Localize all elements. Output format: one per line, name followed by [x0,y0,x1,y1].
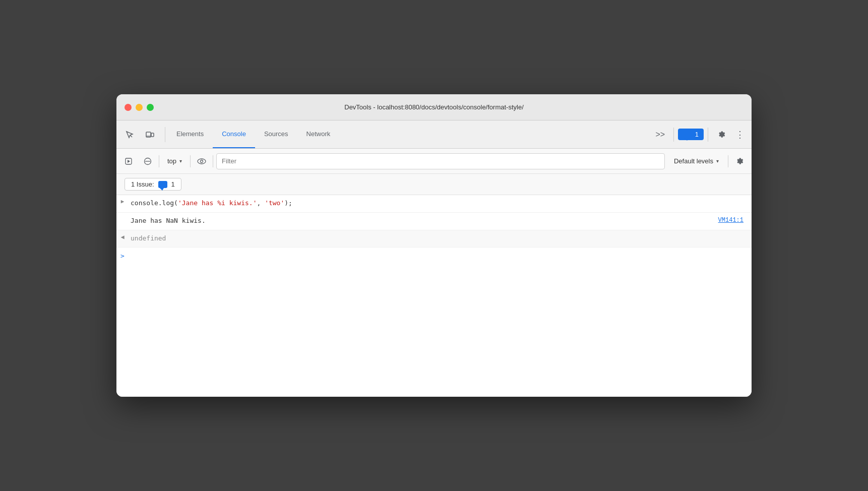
console-row-output: Jane has NaN kiwis. VM141:1 [116,213,752,230]
toolbar-divider-1 [165,127,165,142]
output-arrow [116,215,129,216]
inspect-element-button[interactable] [120,126,139,144]
filter-input[interactable] [216,153,665,169]
log-levels-label: Default levels [674,157,713,165]
toolbar-divider-2 [673,128,674,142]
issues-pill-count: 1 [171,180,175,188]
svg-marker-4 [128,160,130,163]
console-gear-icon [735,157,744,166]
live-expressions-button[interactable] [194,153,210,169]
output-text: Jane has NaN kiwis. [129,215,714,228]
console-output: ▶ console.log('Jane has %i kiwis.', 'two… [116,195,752,397]
toolbar-divider-3 [708,128,708,142]
more-tabs-button[interactable]: >> [651,126,669,144]
chevron-down-icon-2: ▾ [716,158,719,164]
chevron-down-icon: ▾ [179,158,182,164]
toolbar-right: >> 1 ⋮ [651,120,748,148]
console-row-undefined: ◀ undefined [116,230,752,248]
log-levels-button[interactable]: Default levels ▾ [668,155,725,167]
console-divider-3 [213,155,213,167]
expand-arrow[interactable]: ▶ [116,197,129,205]
device-icon [145,130,154,139]
issues-prefix: 1 Issue: [131,180,154,188]
tabs: Elements Console Sources Network [167,120,651,148]
console-row-log: ▶ console.log('Jane has %i kiwis.', 'two… [116,195,752,213]
cancel-icon [144,157,152,165]
tab-elements[interactable]: Elements [167,120,213,148]
maximize-button[interactable] [147,104,154,111]
undefined-text: undefined [129,232,748,245]
console-settings-button[interactable] [731,153,748,169]
console-divider-1 [159,155,159,167]
run-snippet-button[interactable] [120,153,137,169]
tab-sources[interactable]: Sources [255,120,297,148]
issues-bar: 1 Issue: 1 [116,174,752,195]
play-icon [125,158,132,165]
clear-console-button[interactable] [140,153,156,169]
issues-count: 1 [695,131,699,138]
traffic-lights [125,104,154,111]
issues-message-icon [683,131,692,138]
issues-pill-icon [158,181,167,188]
device-toolbar-button[interactable] [141,126,159,144]
tab-network[interactable]: Network [297,120,340,148]
titlebar: DevTools - localhost:8080/docs/devtools/… [116,94,752,120]
cursor-icon [125,130,134,139]
console-input-arrow: > [120,252,131,260]
eye-icon [197,158,206,165]
gear-icon [717,130,726,139]
left-arrow: ◀ [116,232,129,241]
settings-button[interactable] [712,126,730,144]
log-code: console.log('Jane has %i kiwis.', 'two')… [129,197,748,210]
tab-console[interactable]: Console [213,120,255,148]
devtools-toolbar: Elements Console Sources Network >> 1 [116,120,752,149]
devtools-window: DevTools - localhost:8080/docs/devtools/… [116,94,752,397]
issues-badge[interactable]: 1 [678,129,704,140]
context-selector[interactable]: top ▾ [162,155,187,167]
toolbar-icons [120,120,159,148]
console-divider-2 [190,155,191,167]
svg-point-8 [201,160,203,162]
svg-rect-1 [151,133,154,137]
window-title: DevTools - localhost:8080/docs/devtools/… [344,103,524,111]
console-input-row[interactable]: > [116,248,752,264]
svg-point-7 [198,159,206,164]
minimize-button[interactable] [136,104,143,111]
code-text: console.log('Jane has %i kiwis.', 'two')… [131,199,292,207]
source-link[interactable]: VM141:1 [714,216,748,225]
context-label: top [167,157,176,165]
more-options-button[interactable]: ⋮ [732,127,748,142]
console-toolbar: top ▾ Default levels ▾ [116,149,752,174]
console-divider-4 [728,155,728,167]
close-button[interactable] [125,104,132,111]
issues-pill[interactable]: 1 Issue: 1 [125,178,181,191]
